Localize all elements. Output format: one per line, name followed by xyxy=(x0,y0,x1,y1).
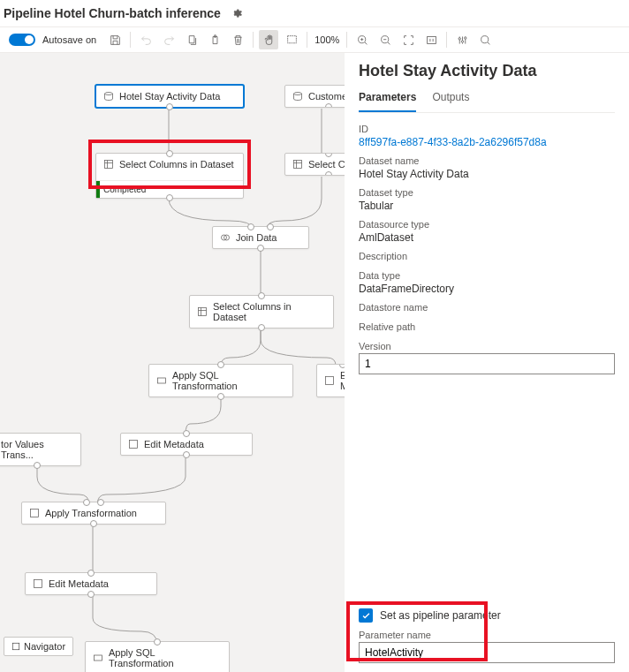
node-customer-data[interactable]: Customer Dat xyxy=(284,85,345,108)
node-values-trans[interactable]: tor Values Trans... xyxy=(0,433,81,466)
node-label: Select Columns in Dataset xyxy=(213,301,326,322)
node-label: Apply Transformation xyxy=(45,508,137,518)
header-bar: Pipeline Hotel Churn-batch inference xyxy=(0,0,629,26)
copy-icon[interactable] xyxy=(182,30,201,49)
svg-point-5 xyxy=(464,36,466,38)
node-label: Join Data xyxy=(236,232,277,243)
field-value: AmlDataset xyxy=(359,231,615,244)
node-select-columns-3[interactable]: Select Columns in Dataset xyxy=(189,295,334,328)
autosave-label: Autosave on xyxy=(42,34,96,45)
divider xyxy=(446,32,447,48)
node-label: Customer Dat xyxy=(308,91,345,102)
input-port[interactable] xyxy=(325,153,332,157)
zoom-out-icon[interactable] xyxy=(375,30,395,49)
delete-icon[interactable] xyxy=(228,30,247,49)
svg-point-6 xyxy=(481,35,488,42)
parameter-name-input[interactable] xyxy=(359,642,615,663)
field-description: Description xyxy=(359,251,615,263)
output-port[interactable] xyxy=(325,103,332,108)
output-port[interactable] xyxy=(217,393,224,400)
field-dataset-name: Dataset name Hotel Stay Activity Data xyxy=(359,155,615,180)
output-port[interactable] xyxy=(87,591,95,598)
node-hotel-stay-data[interactable]: Hotel Stay Activity Data xyxy=(95,85,244,108)
node-select-columns-2[interactable]: Select Colum xyxy=(284,153,345,176)
svg-rect-13 xyxy=(199,308,207,316)
svg-point-3 xyxy=(458,37,460,39)
tab-parameters[interactable]: Parameters xyxy=(359,91,416,112)
navigator-label: Navigator xyxy=(24,641,65,652)
node-label: Apply SQL Transformation xyxy=(172,370,285,391)
paste-icon[interactable] xyxy=(205,30,224,49)
node-join-data[interactable]: Join Data xyxy=(212,226,309,249)
module-icon xyxy=(220,232,231,243)
undo-icon[interactable] xyxy=(136,30,155,49)
field-label: Version xyxy=(359,341,615,351)
input-port[interactable] xyxy=(258,292,265,299)
node-apply-sql-2[interactable]: Apply SQL Transformation xyxy=(85,641,230,672)
dataset-icon xyxy=(292,91,303,102)
output-port[interactable] xyxy=(325,171,332,176)
pipeline-canvas[interactable]: Hotel Stay Activity Data Customer Dat Se… xyxy=(0,53,345,672)
input-port[interactable] xyxy=(183,430,190,437)
input-port[interactable] xyxy=(83,499,90,506)
module-icon xyxy=(197,306,208,317)
field-label: Datasource type xyxy=(359,219,615,230)
node-label: Edit Metadata xyxy=(144,439,204,449)
svg-point-8 xyxy=(294,93,302,95)
input-port[interactable] xyxy=(97,499,104,506)
input-port[interactable] xyxy=(247,223,254,230)
gear-icon[interactable] xyxy=(230,7,242,19)
node-edit-metadata-2[interactable]: Edit Metadata xyxy=(25,572,157,595)
output-port[interactable] xyxy=(166,103,173,110)
redo-icon[interactable] xyxy=(159,30,178,49)
svg-rect-18 xyxy=(34,580,42,588)
field-label: Data type xyxy=(359,270,615,281)
input-port[interactable] xyxy=(166,150,173,157)
output-port[interactable] xyxy=(34,462,41,469)
module-icon xyxy=(103,159,114,170)
field-relative-path: Relative path xyxy=(359,321,615,334)
node-apply-transformation[interactable]: Apply Transformation xyxy=(21,502,166,525)
node-label: Hotel Stay Activity Data xyxy=(119,91,220,102)
node-select-columns-1[interactable]: Select Columns in Dataset Completed xyxy=(95,153,244,199)
node-edit-m[interactable]: Edit M xyxy=(316,364,345,397)
module-icon xyxy=(29,508,40,518)
svg-rect-16 xyxy=(130,441,138,449)
node-label: Edit Metadata xyxy=(49,578,109,589)
search-icon[interactable] xyxy=(475,30,495,49)
tab-outputs[interactable]: Outputs xyxy=(432,91,469,112)
settings-icon[interactable] xyxy=(452,30,472,49)
input-port[interactable] xyxy=(267,223,274,230)
field-label: Relative path xyxy=(359,321,615,332)
zoom-level[interactable]: 100% xyxy=(314,34,339,45)
output-port[interactable] xyxy=(258,324,265,331)
node-apply-sql[interactable]: Apply SQL Transformation xyxy=(148,364,293,397)
svg-point-7 xyxy=(105,93,113,95)
fit-icon[interactable] xyxy=(398,30,418,49)
output-port[interactable] xyxy=(257,245,264,252)
zoom-in-icon[interactable] xyxy=(352,30,372,49)
input-port[interactable] xyxy=(87,570,95,577)
field-datasource-type: Datasource type AmlDataset xyxy=(359,219,615,244)
pan-icon[interactable] xyxy=(259,30,278,49)
id-link[interactable]: 8ff597fa-e887-4f33-8a2b-2a6296f57d8a xyxy=(359,136,615,148)
input-port[interactable] xyxy=(154,638,161,646)
node-label: Apply SQL Transformation xyxy=(109,647,222,668)
autosave-toggle[interactable] xyxy=(9,34,35,46)
save-icon[interactable] xyxy=(105,30,125,49)
version-input[interactable] xyxy=(359,353,615,374)
divider xyxy=(253,32,254,48)
pipeline-parameter-checkbox[interactable] xyxy=(359,608,373,623)
output-port[interactable] xyxy=(183,451,190,458)
output-port[interactable] xyxy=(90,520,97,527)
input-port[interactable] xyxy=(217,361,224,368)
field-label: Parameter name xyxy=(359,630,615,640)
field-id: ID 8ff597fa-e887-4f33-8a2b-2a6296f57d8a xyxy=(359,124,615,148)
navigator-toggle[interactable]: Navigator xyxy=(4,637,73,656)
output-port[interactable] xyxy=(166,194,173,201)
actual-size-icon[interactable] xyxy=(421,30,441,49)
node-edit-metadata-1[interactable]: Edit Metadata xyxy=(120,433,253,456)
svg-rect-19 xyxy=(95,655,102,661)
select-icon[interactable] xyxy=(282,30,301,49)
module-icon xyxy=(93,653,103,663)
